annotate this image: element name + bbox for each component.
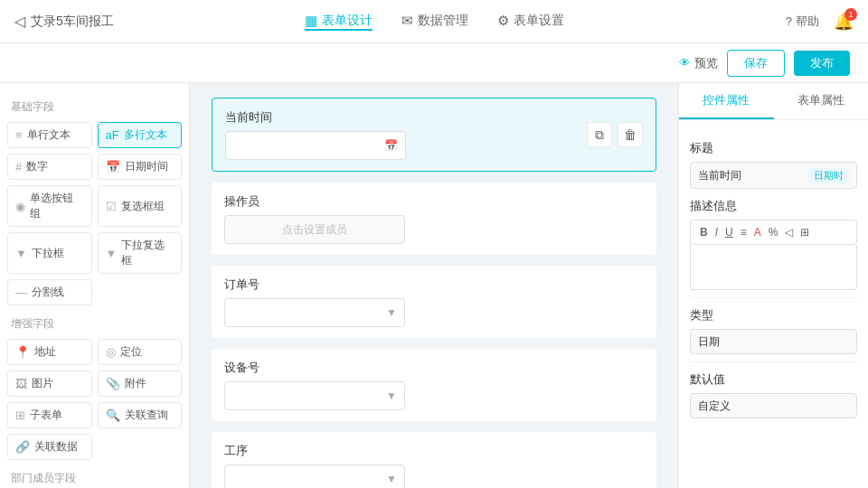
field-block-operator[interactable]: 操作员 点击设置成员 <box>212 183 656 255</box>
field-location[interactable]: ◎ 定位 <box>98 339 183 365</box>
title-prop-value: 当前时间 <box>698 168 741 183</box>
preview-label: 预览 <box>694 55 718 71</box>
field-input-process[interactable]: ▼ <box>224 465 405 488</box>
basic-fields-title: 基础字段 <box>7 94 182 122</box>
calendar-icon: 📅 <box>384 139 398 152</box>
field-input-device-no[interactable]: ▼ <box>224 381 405 410</box>
field-number[interactable]: # 数字 <box>7 154 92 180</box>
field-sub-form[interactable]: ⊞ 子表单 <box>7 402 92 428</box>
field-block-current-time[interactable]: 当前时间 📅 ⧉ 🗑 <box>212 98 656 172</box>
left-sidebar: 基础字段 ≡ 单行文本 aF 多行文本 # 数字 📅 日期时间 ◉ 单选按钮组 <box>0 83 190 488</box>
form-design-icon: ▦ <box>305 13 317 29</box>
field-multi-text[interactable]: aF 多行文本 <box>98 122 183 148</box>
divider-2 <box>690 361 857 362</box>
field-input-operator[interactable]: 点击设置成员 <box>224 215 405 244</box>
number-label: 数字 <box>26 159 48 174</box>
save-button[interactable]: 保存 <box>727 50 785 77</box>
dropdown-icon: ▼ <box>15 247 27 260</box>
title-prop-label: 标题 <box>690 140 857 156</box>
back-button[interactable]: ◁ <box>14 13 25 30</box>
field-block-process[interactable]: 工序 ▼ <box>212 432 656 488</box>
checkbox-label: 复选框组 <box>121 199 165 214</box>
eye-icon: 👁 <box>679 56 691 70</box>
desc-tool-color[interactable]: A <box>752 225 763 239</box>
field-divider[interactable]: — 分割线 <box>7 279 92 305</box>
desc-tool-italic[interactable]: I <box>713 225 720 239</box>
multi-text-label: 多行文本 <box>124 127 167 143</box>
field-dropdown-complex[interactable]: ▼ 下拉复选框 <box>98 232 183 274</box>
desc-tool-align[interactable]: ≡ <box>739 225 749 239</box>
desc-tool-link[interactable]: ◁ <box>783 225 795 239</box>
desc-tool-table[interactable]: ⊞ <box>798 225 811 239</box>
field-image[interactable]: 🖼 图片 <box>7 371 92 397</box>
field-checkbox[interactable]: ☑ 复选框组 <box>98 185 183 227</box>
desc-tool-bold[interactable]: B <box>698 225 710 239</box>
field-related-data[interactable]: 🔗 关联数据 <box>7 434 92 460</box>
default-prop-label: 默认值 <box>690 371 857 388</box>
app-title: 艾录5车间报工 <box>31 14 114 30</box>
tab-control-props[interactable]: 控件属性 <box>679 83 774 119</box>
member-fields-title: 部门成员字段 <box>7 465 182 488</box>
checkbox-icon: ☑ <box>106 200 117 213</box>
field-block-device-no[interactable]: 设备号 ▼ <box>212 349 656 421</box>
radio-label: 单选按钮组 <box>30 191 84 221</box>
title-prop-tag: 日期时 <box>808 168 849 183</box>
preview-button[interactable]: 👁 预览 <box>679 55 718 71</box>
desc-tool-percent[interactable]: % <box>767 225 780 239</box>
desc-tool-underline[interactable]: U <box>723 225 735 239</box>
enhanced-fields-grid: 📍 地址 ◎ 定位 🖼 图片 📎 附件 ⊞ 子表单 🔍 关联查询 <box>7 339 182 460</box>
tab-form-design-label: 表单设计 <box>322 13 373 29</box>
field-label-device-no: 设备号 <box>224 360 644 376</box>
tab-control-props-label: 控件属性 <box>703 93 750 107</box>
help-button[interactable]: ? 帮助 <box>786 14 819 30</box>
attachment-label: 附件 <box>125 376 146 391</box>
tab-form-settings[interactable]: ⚙ 表单设置 <box>497 13 564 31</box>
tab-form-props-label: 表单属性 <box>797 93 844 107</box>
title-prop-input[interactable]: 当前时间 日期时 <box>690 162 857 189</box>
field-datetime[interactable]: 📅 日期时间 <box>98 154 183 180</box>
image-label: 图片 <box>32 376 53 391</box>
notice-wrapper: 🔔 1 <box>834 12 854 32</box>
nav-left: ◁ 艾录5车间报工 <box>14 13 159 30</box>
right-panel-tabs: 控件属性 表单属性 <box>679 83 868 120</box>
tab-form-design[interactable]: ▦ 表单设计 <box>305 13 373 31</box>
help-circle-icon: ? <box>786 14 792 28</box>
image-icon: 🖼 <box>15 377 27 390</box>
field-attachment[interactable]: 📎 附件 <box>98 371 183 397</box>
dropdown-arrow-order: ▼ <box>386 306 397 319</box>
tab-form-props[interactable]: 表单属性 <box>774 83 869 119</box>
datetime-icon: 📅 <box>106 160 120 174</box>
tab-data-manage[interactable]: ✉ 数据管理 <box>401 13 468 31</box>
field-dropdown[interactable]: ▼ 下拉框 <box>7 232 92 274</box>
single-text-icon: ≡ <box>15 128 23 142</box>
enhanced-fields-title: 增强字段 <box>7 311 182 339</box>
form-canvas: 当前时间 📅 ⧉ 🗑 操作员 点击设置成员 订单号 ▼ 设备号 <box>190 83 678 488</box>
divider-icon: — <box>15 286 27 299</box>
field-label-current-time: 当前时间 <box>225 109 643 126</box>
field-single-text[interactable]: ≡ 单行文本 <box>7 122 92 148</box>
related-query-label: 关联查询 <box>125 408 168 423</box>
field-label-operator: 操作员 <box>224 193 644 210</box>
field-input-order-no[interactable]: ▼ <box>224 298 405 327</box>
related-data-label: 关联数据 <box>34 439 78 455</box>
publish-button[interactable]: 发布 <box>794 51 850 76</box>
type-prop-value: 日期 <box>690 329 857 354</box>
sub-form-label: 子表单 <box>30 408 62 423</box>
copy-field-button[interactable]: ⧉ <box>587 122 612 147</box>
field-input-current-time[interactable]: 📅 <box>225 131 406 160</box>
number-icon: # <box>15 160 22 174</box>
field-address[interactable]: 📍 地址 <box>7 339 92 365</box>
divider-1 <box>690 297 857 298</box>
field-radio[interactable]: ◉ 单选按钮组 <box>7 185 92 227</box>
right-panel-content: 标题 当前时间 日期时 描述信息 B I U ≡ A % ◁ ⊞ 类型 日期 <box>679 120 868 488</box>
field-related-query[interactable]: 🔍 关联查询 <box>98 402 183 428</box>
nav-tabs: ▦ 表单设计 ✉ 数据管理 ⚙ 表单设置 <box>159 13 709 31</box>
type-prop-label: 类型 <box>690 307 857 324</box>
dropdown-label: 下拉框 <box>32 246 64 261</box>
field-block-order-no[interactable]: 订单号 ▼ <box>212 266 656 338</box>
desc-area[interactable] <box>690 245 857 290</box>
right-panel: 控件属性 表单属性 标题 当前时间 日期时 描述信息 B I U ≡ A % ◁ <box>678 83 868 488</box>
help-label: 帮助 <box>796 14 819 30</box>
delete-field-button[interactable]: 🗑 <box>618 122 643 147</box>
default-prop-value: 自定义 <box>690 393 857 418</box>
